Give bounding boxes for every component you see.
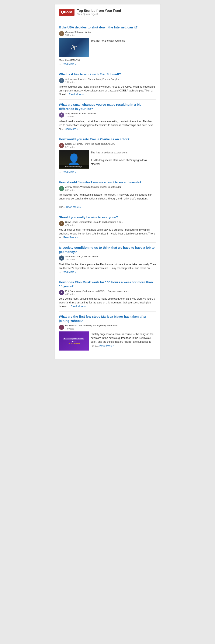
read-more-7[interactable]: Read More »: [62, 270, 76, 274]
story-item-3: What are small changes you've made resul…: [59, 100, 156, 134]
header-text: Top Stories from Your Feed Your Quora Di…: [77, 9, 121, 16]
story-body-inline-1: Yes. But not the way you think.: [91, 39, 126, 57]
author-row-4: K Kelsey L. Hayes, I know too much about…: [59, 142, 156, 148]
author-avatar-4: K: [59, 143, 64, 148]
author-name-2: Jeff Nelson, Invented Chromebook, Former…: [65, 78, 119, 81]
vote-count-2: 162 votes: [65, 81, 119, 84]
story-title-7[interactable]: Is society conditioning us to think that…: [59, 246, 156, 254]
story-title-5[interactable]: How should Jennifer Lawrence react to re…: [59, 180, 156, 184]
author-info-9: Gil Yehuda, I am currently employed by Y…: [65, 324, 118, 330]
story-body-2: I've worked with Eric many times in my c…: [59, 85, 156, 96]
author-name-4: Kelsey L. Hayes, I know too much about A…: [65, 142, 116, 145]
ellipsis-4: ...: [59, 170, 62, 174]
author-row-6: S Steve Black, Uneducated, uncouth and b…: [59, 220, 156, 226]
vote-count-4: 526 votes: [65, 146, 116, 148]
author-name-6: Steve Black, Uneducated, uncouth and bec…: [65, 220, 123, 224]
story-item-2: What is it like to work with Eric Schmid…: [59, 69, 156, 100]
read-more-5[interactable]: Read More »: [66, 206, 81, 208]
story-title-3[interactable]: What are small changes you've made resul…: [59, 102, 156, 111]
story-title-6[interactable]: Should you really be nice to everyone?: [59, 215, 156, 220]
header-subtitle: Your Quora Digest: [77, 13, 121, 16]
author-row-1: G Graeme Shimmin, Writer. 592 votes: [59, 31, 156, 37]
vote-count-6: 477 votes: [65, 224, 123, 226]
ellipsis-7: ...: [59, 270, 62, 274]
author-avatar-5: J: [59, 186, 64, 191]
author-avatar-7: V: [59, 256, 64, 260]
yahoo-img-label: CEO RESPONDS: [68, 343, 80, 344]
author-row-9: G Gil Yehuda, I am currently employed by…: [59, 324, 156, 330]
story-image-9: MAKES REQUEST OF CEO ON D... CEO RESPOND…: [59, 332, 89, 350]
vote-count-8: 443 votes: [65, 292, 129, 296]
story-item-5: How should Jennifer Lawrence react to re…: [59, 177, 156, 212]
story-body-9: Shefaly Yogendra's answer is correct -- …: [91, 332, 156, 350]
story-body-8: Let's do the math, assuming that like ma…: [59, 297, 156, 308]
author-avatar-1: G: [59, 31, 64, 36]
vote-count-1: 592 votes: [65, 34, 92, 37]
story-item-6: Should you really be nice to everyone? S…: [59, 212, 156, 242]
story-body-7: First, I'll echo the others: people like…: [59, 262, 156, 274]
author-name-8: Phil Darnowsky, Co-founder and CTO, H En…: [65, 290, 129, 292]
author-avatar-3: A: [59, 112, 64, 118]
image-row-4: Fire cannot kill a Dragon She has three …: [59, 150, 156, 169]
story-body-after-4: ... Read More »: [59, 170, 156, 174]
vote-count-9: 79 votes: [65, 327, 118, 330]
author-info-1: Graeme Shimmin, Writer. 592 votes: [65, 31, 92, 37]
story-item-4: How would you rate Emilia Clarke as an a…: [59, 134, 156, 177]
author-row-2: J Jeff Nelson, Invented Chromebook, Form…: [59, 78, 156, 84]
story-image-1: [59, 38, 89, 57]
read-more-9[interactable]: Read More »: [99, 344, 114, 347]
author-info-5: Jimmy Wales, Wikipedia founder and Wikia…: [65, 186, 121, 192]
story-item-8: How does Elon Musk work for 100 hours a …: [59, 277, 156, 312]
author-info-3: Amy Robinson, idea machine 1k votes: [65, 112, 96, 118]
story-body-6: Yes at least be civil. For example yeste…: [59, 228, 156, 239]
read-more-1[interactable]: Read More »: [62, 62, 76, 66]
story-body-5: I think it will have no material impact …: [59, 193, 156, 200]
story-title-9[interactable]: What are the first few steps Marissa May…: [59, 314, 156, 323]
yahoo-img-text2: ON D...: [71, 340, 76, 342]
author-info-8: Phil Darnowsky, Co-founder and CTO, H En…: [65, 290, 129, 296]
author-avatar-9: G: [59, 325, 64, 330]
story-body-after-1: Meet the AGM-154. ... Read More »: [59, 58, 156, 66]
author-info-4: Kelsey L. Hayes, I know too much about A…: [65, 142, 116, 148]
author-info-6: Steve Black, Uneducated, uncouth and bec…: [65, 220, 123, 226]
author-row-8: P Phil Darnowsky, Co-founder and CTO, H …: [59, 290, 156, 296]
author-row-5: J Jimmy Wales, Wikipedia founder and Wik…: [59, 186, 156, 192]
read-more-8[interactable]: Read More »: [71, 305, 86, 308]
author-row-3: A Amy Robinson, idea machine 1k votes: [59, 112, 156, 118]
vote-count-3: 1k votes: [65, 115, 96, 118]
yahoo-img-text1: MAKES REQUEST OF CEO: [64, 338, 84, 340]
vote-count-5: 658 votes: [65, 189, 121, 192]
vote-count-7: 344 votes: [65, 258, 99, 261]
read-more-2[interactable]: Read More »: [69, 93, 84, 96]
read-more-4[interactable]: Read More »: [62, 170, 76, 174]
author-info-2: Jeff Nelson, Invented Chromebook, Former…: [65, 78, 119, 84]
read-more-6[interactable]: Read More »: [64, 236, 78, 239]
story-body-3: When I read something that strikes me as…: [59, 120, 156, 131]
main-container: Quora Top Stories from Your Feed Your Qu…: [54, 4, 161, 359]
story-image-4: Fire cannot kill a Dragon: [59, 150, 89, 169]
story-title-2[interactable]: What is it like to work with Eric Schmid…: [59, 72, 156, 76]
author-name-5: Jimmy Wales, Wikipedia founder and Wikia…: [65, 186, 121, 188]
author-avatar-8: P: [59, 290, 64, 295]
author-name-7: Venkatesh Rao, Civilized Person: [65, 255, 99, 258]
author-row-7: V Venkatesh Rao, Civilized Person 344 vo…: [59, 255, 156, 261]
author-info-7: Venkatesh Rao, Civilized Person 344 vote…: [65, 255, 99, 261]
email-header: Quora Top Stories from Your Feed Your Qu…: [59, 9, 156, 19]
story-title-1[interactable]: If the USA decides to shut down the Inte…: [59, 25, 156, 30]
header-title: Top Stories from Your Feed: [77, 9, 121, 13]
author-avatar-2: J: [59, 78, 64, 83]
quora-logo: Quora: [59, 9, 74, 16]
author-avatar-6: S: [59, 221, 64, 226]
stories-list: If the USA decides to shut down the Inte…: [59, 22, 156, 355]
story-title-4[interactable]: How would you rate Emilia Clarke as an a…: [59, 137, 156, 141]
image-row-1: Yes. But not the way you think.: [59, 38, 156, 57]
story-item-9: What are the first few steps Marissa May…: [59, 312, 156, 355]
image-row-9: MAKES REQUEST OF CEO ON D... CEO RESPOND…: [59, 332, 156, 350]
story-body-inline-4: She has three facial expressions:1. Mile…: [91, 151, 156, 169]
story-title-8[interactable]: How does Elon Musk work for 100 hours a …: [59, 280, 156, 288]
author-name-1: Graeme Shimmin, Writer.: [65, 31, 92, 34]
story-body-after-5: The... Read More »: [59, 205, 156, 209]
story-item-1: If the USA decides to shut down the Inte…: [59, 22, 156, 69]
author-name-3: Amy Robinson, idea machine: [65, 112, 96, 115]
read-more-3[interactable]: Read More »: [64, 128, 78, 130]
